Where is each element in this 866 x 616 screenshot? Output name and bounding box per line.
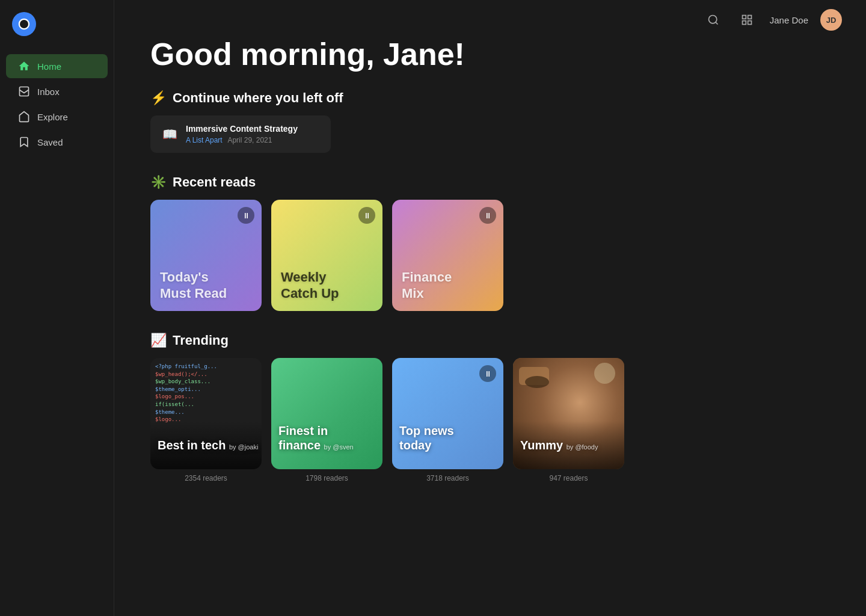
- trending-by-finance: by @sven: [324, 443, 354, 451]
- sidebar-item-inbox[interactable]: Inbox: [6, 79, 108, 103]
- food-shape3: [594, 363, 615, 384]
- trending-readers-finance: 1798 readers: [271, 474, 382, 482]
- card-weekly-catch-up[interactable]: ⏸ WeeklyCatch Up: [271, 200, 382, 311]
- sidebar-saved-label: Saved: [37, 137, 63, 147]
- svg-rect-3: [748, 16, 751, 19]
- sidebar-item-saved[interactable]: Saved: [6, 130, 108, 154]
- continue-card-info: Immersive Content Strategy A List Apart …: [186, 124, 298, 144]
- trending-by-food: by @foody: [567, 443, 598, 451]
- trending-label-news: Top newstoday: [399, 424, 454, 452]
- trending-section-title: 📈 Trending: [150, 333, 830, 348]
- trending-card-food[interactable]: Yummy by @foody: [513, 358, 624, 469]
- continue-article-title: Immersive Content Strategy: [186, 124, 298, 134]
- greeting-heading: Good morning, Jane!: [150, 36, 830, 72]
- svg-line-1: [716, 22, 718, 25]
- home-icon: [18, 60, 30, 72]
- continue-date: April 29, 2021: [227, 136, 272, 144]
- app-logo[interactable]: [12, 12, 36, 36]
- avatar[interactable]: JD: [820, 9, 842, 31]
- trending-label-tech: Best in tech by @joaki: [158, 438, 258, 452]
- trending-label-finance: Finest infinance by @sven: [278, 424, 354, 452]
- trending-by-tech: by @joaki: [229, 443, 258, 451]
- trending-section: 📈 Trending <?php fruitful_g... $wp_head(…: [150, 333, 830, 482]
- pocket-icon-weekly: ⏸: [358, 207, 375, 224]
- sparkle-icon: ✳️: [150, 174, 167, 190]
- card-label-finance: FinanceMix: [402, 270, 452, 301]
- card-label-todays: Today'sMust Read: [160, 270, 227, 301]
- lightning-icon: ⚡: [150, 90, 167, 106]
- trending-card-wrapper-food: Yummy by @foody 947 readers: [513, 358, 624, 482]
- trending-card-news[interactable]: ⏸ Top newstoday: [392, 358, 503, 469]
- food-shape2: [525, 376, 549, 388]
- top-bar: Jane Doe JD: [114, 0, 866, 40]
- sidebar-home-label: Home: [37, 61, 61, 72]
- sidebar-item-explore[interactable]: Explore: [6, 105, 108, 129]
- recent-reads-title: ✳️ Recent reads: [150, 174, 830, 190]
- user-name-label: Jane Doe: [770, 15, 808, 25]
- sidebar-explore-label: Explore: [37, 112, 68, 122]
- trending-card-finance[interactable]: Finest infinance by @sven: [271, 358, 382, 469]
- continue-section-title: ⚡ Continue where you left off: [150, 90, 830, 106]
- sidebar-item-home[interactable]: Home: [6, 54, 108, 78]
- trending-card-wrapper-news: ⏸ Top newstoday 3718 readers: [392, 358, 503, 482]
- svg-point-0: [708, 16, 716, 23]
- svg-rect-5: [748, 21, 751, 25]
- saved-icon: [18, 136, 30, 148]
- continue-meta: A List Apart April 29, 2021: [186, 136, 298, 144]
- continue-section: ⚡ Continue where you left off 📖 Immersiv…: [150, 90, 830, 153]
- trending-label-food: Yummy by @foody: [520, 438, 598, 452]
- settings-button[interactable]: [736, 9, 758, 31]
- recent-reads-cards: ⏸ Today'sMust Read ⏸ WeeklyCatch Up ⏸ Fi…: [150, 200, 830, 311]
- trending-card-wrapper-tech: <?php fruitful_g... $wp_head();</... $wp…: [150, 358, 262, 482]
- svg-rect-2: [742, 16, 746, 19]
- trending-readers-tech: 2354 readers: [150, 474, 262, 482]
- recent-reads-section: ✳️ Recent reads ⏸ Today'sMust Read ⏸ Wee…: [150, 174, 830, 311]
- continue-source: A List Apart: [186, 136, 223, 144]
- trending-readers-news: 3718 readers: [392, 474, 503, 482]
- pocket-icon-finance: ⏸: [479, 207, 496, 224]
- continue-card[interactable]: 📖 Immersive Content Strategy A List Apar…: [150, 116, 331, 153]
- explore-icon: [18, 111, 30, 123]
- card-todays-must-read[interactable]: ⏸ Today'sMust Read: [150, 200, 262, 311]
- inbox-icon: [18, 85, 30, 97]
- sidebar: Home Inbox Explore Saved: [0, 0, 114, 616]
- trending-card-tech[interactable]: <?php fruitful_g... $wp_head();</... $wp…: [150, 358, 262, 469]
- card-label-weekly: WeeklyCatch Up: [281, 270, 339, 301]
- trending-cards: <?php fruitful_g... $wp_head();</... $wp…: [150, 358, 830, 482]
- card-finance-mix[interactable]: ⏸ FinanceMix: [392, 200, 503, 311]
- trending-readers-food: 947 readers: [513, 474, 624, 482]
- search-button[interactable]: [702, 9, 724, 31]
- svg-rect-4: [742, 21, 746, 25]
- sidebar-inbox-label: Inbox: [37, 87, 60, 97]
- book-icon: 📖: [162, 127, 177, 141]
- trending-card-wrapper-finance: Finest infinance by @sven 1798 readers: [271, 358, 382, 482]
- main-content: Good morning, Jane! ⚡ Continue where you…: [114, 0, 866, 616]
- trending-icon: 📈: [150, 333, 167, 348]
- pocket-icon-news: ⏸: [479, 365, 496, 382]
- pocket-icon-todays: ⏸: [238, 207, 254, 224]
